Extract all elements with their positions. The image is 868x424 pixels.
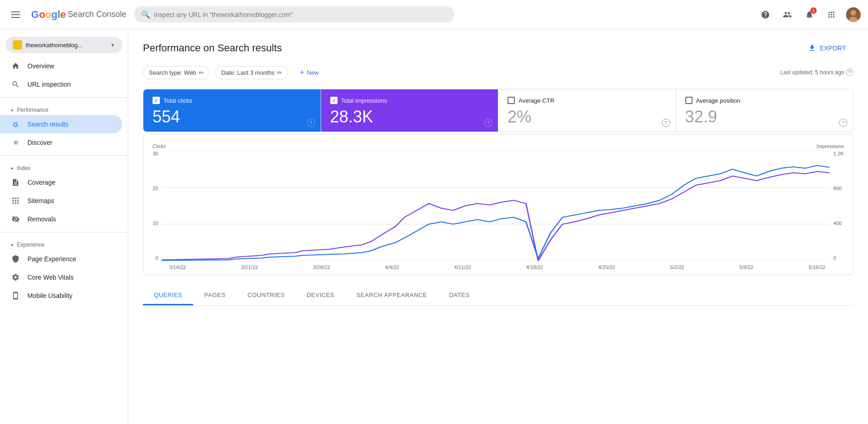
top-bar: Google Search Console 🔍 1 bbox=[0, 0, 868, 29]
section-experience-arrow: ▾ bbox=[11, 242, 13, 248]
metrics-row: Total clicks 554 ? Total impressions 28.… bbox=[143, 89, 853, 132]
metric-average-ctr[interactable]: Average CTR 2% ? bbox=[498, 89, 676, 132]
chart-x-label-7: 5/2/22 bbox=[670, 264, 684, 270]
main-content: Performance on Search results EXPORT Sea… bbox=[128, 29, 868, 424]
metric-average-position[interactable]: Average position 32.9 ? bbox=[676, 89, 853, 132]
menu-button[interactable] bbox=[7, 8, 24, 22]
sidebar-item-search-results[interactable]: G Search results bbox=[0, 115, 122, 133]
chart-y-left-20: 20 bbox=[153, 186, 158, 191]
metric-impressions-checkbox[interactable] bbox=[330, 97, 338, 104]
tab-devices[interactable]: DEVICES bbox=[295, 286, 345, 305]
property-selector[interactable]: theworkathomeblog... ▼ bbox=[5, 37, 122, 53]
performance-chart: Clicks Impressions 30 20 10 0 bbox=[143, 134, 853, 275]
chart-y-right-800: 800 bbox=[833, 186, 841, 191]
date-range-label: Date: Last 3 months bbox=[221, 69, 274, 76]
divider-2 bbox=[0, 155, 128, 156]
sidebar-item-page-experience[interactable]: Page Experience bbox=[0, 250, 122, 268]
plus-icon: + bbox=[300, 68, 304, 77]
metric-position-help[interactable]: ? bbox=[839, 119, 847, 127]
search-type-filter[interactable]: Search type: Web ✏ bbox=[143, 66, 210, 79]
metric-impressions-help[interactable]: ? bbox=[484, 119, 492, 127]
sidebar-item-mobile-usability[interactable]: Mobile Usability bbox=[0, 286, 122, 305]
metric-ctr-label: Average CTR bbox=[519, 97, 555, 104]
metric-position-header: Average position bbox=[685, 97, 844, 104]
metric-clicks-value: 554 bbox=[153, 108, 311, 126]
tab-countries[interactable]: COUNTRIES bbox=[236, 286, 295, 305]
edit-search-type-icon: ✏ bbox=[199, 69, 204, 76]
user-avatar[interactable] bbox=[846, 7, 861, 22]
metric-ctr-checkbox[interactable] bbox=[508, 97, 515, 104]
app-container: Google Search Console 🔍 1 bbox=[0, 0, 868, 424]
metric-total-clicks[interactable]: Total clicks 554 ? bbox=[143, 89, 321, 132]
sidebar-item-search-results-label: Search results bbox=[27, 121, 68, 128]
section-performance-header[interactable]: ▾ Performance bbox=[0, 101, 128, 115]
metric-position-checkbox[interactable] bbox=[685, 97, 693, 104]
date-range-filter[interactable]: Date: Last 3 months ✏ bbox=[215, 66, 288, 79]
notifications-button[interactable]: 1 bbox=[802, 7, 817, 22]
metric-impressions-header: Total impressions bbox=[330, 97, 489, 104]
sidebar-item-url-inspection[interactable]: URL inspection bbox=[0, 75, 122, 94]
chart-x-label-2: 3/28/22 bbox=[313, 264, 330, 270]
help-button[interactable] bbox=[758, 7, 773, 22]
url-inspection-icon bbox=[11, 80, 20, 89]
url-search-bar[interactable]: 🔍 bbox=[134, 6, 454, 22]
sidebar-item-page-experience-label: Page Experience bbox=[27, 255, 76, 263]
property-icon bbox=[13, 40, 22, 50]
sidebar-item-core-web-vitals[interactable]: Core Web Vitals bbox=[0, 268, 122, 286]
metric-impressions-label: Total impressions bbox=[341, 97, 387, 104]
search-type-label: Search type: Web bbox=[149, 69, 196, 76]
chart-x-label-0: 3/14/22 bbox=[169, 264, 186, 270]
apps-button[interactable] bbox=[824, 7, 839, 22]
chart-x-label-9: 5/16/22 bbox=[808, 264, 825, 270]
export-label: EXPORT bbox=[820, 44, 846, 52]
discover-icon: ✳ bbox=[11, 138, 20, 147]
page-experience-icon bbox=[11, 254, 20, 264]
metric-clicks-checkbox[interactable] bbox=[153, 97, 160, 104]
tab-dates[interactable]: DATES bbox=[438, 286, 480, 305]
chart-y-left-30: 30 bbox=[153, 151, 158, 156]
section-index-header[interactable]: ▾ Index bbox=[0, 160, 128, 173]
chart-y-right-label: Impressions bbox=[817, 143, 844, 149]
tab-search-appearance[interactable]: SEARCH APPEARANCE bbox=[345, 286, 438, 305]
core-web-vitals-icon bbox=[11, 273, 20, 282]
tab-queries[interactable]: QUERIES bbox=[143, 286, 193, 305]
divider-1 bbox=[0, 97, 128, 98]
export-button[interactable]: EXPORT bbox=[801, 40, 853, 56]
section-experience-header[interactable]: ▾ Experience bbox=[0, 236, 128, 250]
metric-total-impressions[interactable]: Total impressions 28.3K ? bbox=[321, 89, 499, 132]
chart-y-left-0: 0 bbox=[155, 255, 158, 261]
metric-ctr-help[interactable]: ? bbox=[662, 119, 670, 127]
metric-clicks-label: Total clicks bbox=[164, 97, 192, 104]
chart-y-right-1200: 1.2K bbox=[833, 151, 844, 156]
sidebar-item-discover[interactable]: ✳ Discover bbox=[0, 133, 122, 152]
sidebar-item-removals[interactable]: Removals bbox=[0, 210, 122, 228]
search-icon: 🔍 bbox=[141, 10, 150, 19]
chart-x-label-4: 4/11/22 bbox=[454, 264, 471, 270]
metric-clicks-help[interactable]: ? bbox=[307, 119, 315, 127]
data-tabs: QUERIES PAGES COUNTRIES DEVICES SEARCH A… bbox=[143, 286, 853, 306]
top-bar-actions: 1 bbox=[758, 7, 861, 22]
metric-position-value: 32.9 bbox=[685, 108, 844, 126]
last-updated-help-icon[interactable]: ? bbox=[846, 69, 853, 76]
property-name: theworkathomeblog... bbox=[26, 42, 107, 49]
section-experience-label: Experience bbox=[17, 242, 44, 248]
sidebar-item-sitemaps-label: Sitemaps bbox=[27, 197, 54, 204]
sidebar-item-discover-label: Discover bbox=[27, 139, 52, 146]
google-g-icon: G bbox=[11, 120, 20, 129]
sidebar-item-core-web-vitals-label: Core Web Vitals bbox=[27, 274, 74, 281]
sidebar-item-url-inspection-label: URL inspection bbox=[27, 81, 71, 88]
sidebar-item-coverage[interactable]: Coverage bbox=[0, 173, 122, 192]
chart-x-label-5: 4/18/22 bbox=[526, 264, 543, 270]
svg-point-1 bbox=[851, 10, 856, 16]
chart-y-right-0: 0 bbox=[833, 255, 836, 261]
divider-3 bbox=[0, 232, 128, 232]
tab-pages[interactable]: PAGES bbox=[193, 286, 236, 305]
home-icon bbox=[11, 61, 20, 71]
sidebar-item-sitemaps[interactable]: Sitemaps bbox=[0, 192, 122, 210]
url-search-input[interactable] bbox=[154, 11, 447, 18]
sidebar-item-overview[interactable]: Overview bbox=[0, 57, 122, 75]
add-filter-button[interactable]: + New bbox=[294, 65, 324, 80]
chart-x-label-3: 4/4/22 bbox=[385, 264, 399, 270]
settings-search-button[interactable] bbox=[780, 7, 795, 22]
chart-x-label-6: 4/25/22 bbox=[598, 264, 615, 270]
